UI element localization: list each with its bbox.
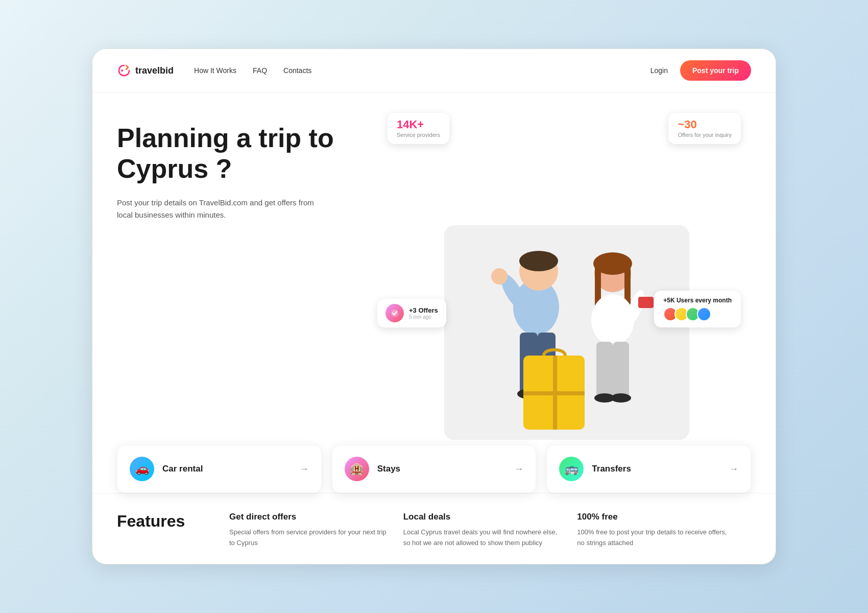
stat-providers-number: 14K+	[397, 119, 440, 130]
hero-title: Planning a trip to Cyprus ?	[117, 123, 382, 184]
user-avatars	[663, 307, 732, 321]
nav-faq[interactable]: FAQ	[253, 66, 267, 75]
feature-local-deals-desc: Local Cyprus travel deals you will find …	[403, 527, 561, 549]
offer-icon	[385, 304, 404, 322]
feature-direct-offers-desc: Special offers from service providers fo…	[229, 527, 387, 549]
offer-svg	[390, 309, 399, 318]
stays-label: Stays	[377, 464, 507, 474]
stat-offers-number: ~30	[678, 119, 732, 130]
transfers-arrow: →	[729, 464, 738, 475]
service-transfers[interactable]: 🚌 Transfers →	[546, 445, 751, 493]
features-title: Features	[117, 512, 229, 531]
stat-new-offers: +3 Offers 5 min ago	[377, 299, 446, 327]
hero-left: Planning a trip to Cyprus ? Post your tr…	[117, 108, 382, 440]
svg-point-6	[491, 268, 508, 285]
stat-providers-label: Service providers	[397, 132, 440, 138]
feature-free-desc: 100% free to post your trip details to r…	[577, 527, 735, 549]
svg-rect-22	[596, 342, 613, 398]
car-rental-arrow: →	[300, 464, 309, 475]
service-stays[interactable]: 🏨 Stays →	[332, 445, 537, 493]
svg-rect-14	[553, 356, 557, 430]
transfers-label: Transfers	[592, 464, 721, 474]
hero-subtitle: Post your trip details on TravelBid.com …	[117, 197, 321, 221]
offer-text: +3 Offers 5 min ago	[409, 306, 438, 320]
post-trip-button[interactable]: Post your trip	[680, 60, 751, 81]
header: travelbid How It Works FAQ Contacts Logi…	[92, 49, 776, 92]
feature-direct-offers: Get direct offers Special offers from se…	[229, 512, 403, 549]
features-title-col: Features	[117, 512, 229, 549]
feature-local-deals-title: Local deals	[403, 512, 561, 522]
stat-users: +5K Users every month	[654, 291, 741, 327]
nav-how-it-works[interactable]: How It Works	[194, 66, 236, 75]
suitcase-figure	[523, 348, 585, 430]
svg-point-0	[121, 69, 123, 72]
couple-illustration	[444, 225, 689, 440]
feature-free-title: 100% free	[577, 512, 735, 522]
main-content: Planning a trip to Cyprus ? Post your tr…	[92, 92, 776, 440]
offer-main: +3 Offers	[409, 306, 438, 314]
car-rental-icon: 🚗	[130, 457, 154, 481]
hero-image	[444, 225, 689, 440]
car-rental-label: Car rental	[162, 464, 292, 474]
logo[interactable]: travelbid	[117, 63, 174, 78]
login-button[interactable]: Login	[650, 66, 668, 75]
nav-contacts[interactable]: Contacts	[283, 66, 311, 75]
svg-rect-23	[613, 342, 629, 398]
feature-direct-offers-title: Get direct offers	[229, 512, 387, 522]
main-nav: How It Works FAQ Contacts	[194, 66, 311, 75]
stat-offers-label: Offers for your inquiry	[678, 132, 732, 138]
services-section: 🚗 Car rental → 🏨 Stays → 🚌 Transfers →	[92, 445, 776, 493]
service-car-rental[interactable]: 🚗 Car rental →	[117, 445, 322, 493]
stat-providers: 14K+ Service providers	[388, 113, 449, 144]
stays-icon: 🏨	[345, 457, 369, 481]
avatar-4	[697, 307, 711, 321]
logo-icon	[117, 63, 131, 78]
stat-users-label: +5K Users every month	[663, 297, 732, 304]
page-card: travelbid How It Works FAQ Contacts Logi…	[92, 49, 776, 564]
header-actions: Login Post your trip	[650, 60, 751, 81]
features-section: Features Get direct offers Special offer…	[92, 493, 776, 564]
feature-local-deals: Local deals Local Cyprus travel deals yo…	[403, 512, 577, 549]
offer-sub: 5 min ago	[409, 314, 438, 320]
svg-point-4	[519, 251, 558, 271]
svg-point-25	[611, 393, 631, 403]
hero-svg-bg	[444, 225, 689, 440]
hero-right: 14K+ Service providers	[382, 108, 751, 440]
svg-rect-21	[638, 297, 654, 308]
feature-free: 100% free 100% free to post your trip de…	[577, 512, 751, 549]
transfers-icon: 🚌	[559, 457, 584, 481]
service-cards-row: 🚗 Car rental → 🏨 Stays → 🚌 Transfers →	[117, 445, 751, 493]
stays-arrow: →	[514, 464, 523, 475]
stat-offers: ~30 Offers for your inquiry	[668, 113, 741, 144]
